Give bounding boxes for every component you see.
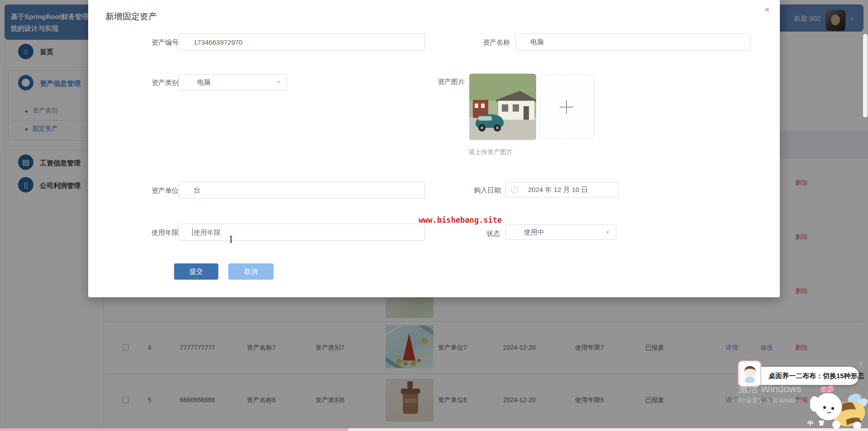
- text-caret: [192, 228, 193, 236]
- add-fixed-asset-dialog: 新增固定资产 × 资产编号 资产名称 资产类别 电脑 ▼ 资产图片: [88, 0, 780, 297]
- asset-code-input[interactable]: [179, 33, 425, 51]
- ibeam-cursor: I: [229, 234, 233, 245]
- chevron-down-icon: ▼: [276, 80, 281, 84]
- upload-hint: 请上传资产图片: [468, 148, 513, 156]
- purchase-date-label: 购入日期: [442, 186, 501, 195]
- progress-bar-track[interactable]: [348, 428, 868, 431]
- submit-button[interactable]: 提交: [174, 263, 218, 280]
- service-life-label: 使用年限: [120, 229, 179, 237]
- asset-code-label: 资产编号: [120, 38, 179, 47]
- pet-avatar-face: [744, 366, 756, 378]
- screen: 欢迎 002 ∨ 基于SpringBoot财务管理系统的设计与实现 ⌂ 首页 资…: [0, 0, 868, 431]
- pet-close-icon[interactable]: ×: [859, 360, 863, 367]
- status-select[interactable]: 使用中 ▼: [505, 225, 616, 240]
- ime-badge[interactable]: 中: [807, 419, 813, 427]
- pet-avatar-bib: [745, 377, 755, 383]
- progress-bar-filled[interactable]: [0, 428, 348, 431]
- asset-name-label: 资产名称: [451, 38, 510, 47]
- asset-name-input[interactable]: [515, 33, 750, 51]
- purchase-date-picker[interactable]: 2024 年 12 月 10 日: [505, 182, 618, 197]
- purchase-date-value: 2024 年 12 月 10 日: [518, 186, 618, 194]
- pet-tip-bubble[interactable]: 桌面养一二布布：切换15种形态 ›: [751, 367, 859, 385]
- status-value: 使用中: [506, 228, 605, 237]
- pet-tip-text: 桌面养一二布布：切换15种形态: [769, 372, 864, 380]
- cancel-button[interactable]: 取消: [228, 263, 274, 280]
- plus-icon: [560, 100, 573, 114]
- scrollbar[interactable]: [863, 34, 868, 117]
- pet-avatar[interactable]: [738, 361, 761, 387]
- close-icon[interactable]: ×: [764, 5, 770, 15]
- site-watermark: www.bishebang.site: [392, 216, 528, 225]
- asset-category-select[interactable]: 电脑 ▼: [179, 74, 287, 90]
- asset-unit-label: 资产单位: [120, 187, 179, 195]
- dialog-title: 新增固定资产: [105, 11, 157, 23]
- chevron-down-icon: ▼: [605, 230, 610, 234]
- asset-category-label: 资产类别: [120, 79, 179, 87]
- service-life-input[interactable]: [179, 224, 425, 241]
- asset-photo-preview[interactable]: [469, 74, 536, 140]
- asset-image-label: 资产图片: [406, 78, 465, 86]
- status-label: 状态: [441, 230, 500, 238]
- asset-unit-input[interactable]: [179, 182, 425, 199]
- shirt-icon[interactable]: [817, 420, 826, 428]
- activate-windows-sub: 转到“设置”以激活 Windows。: [732, 397, 809, 405]
- asset-category-value: 电脑: [179, 78, 276, 87]
- upload-button[interactable]: [539, 75, 594, 139]
- clock-icon: [511, 187, 518, 193]
